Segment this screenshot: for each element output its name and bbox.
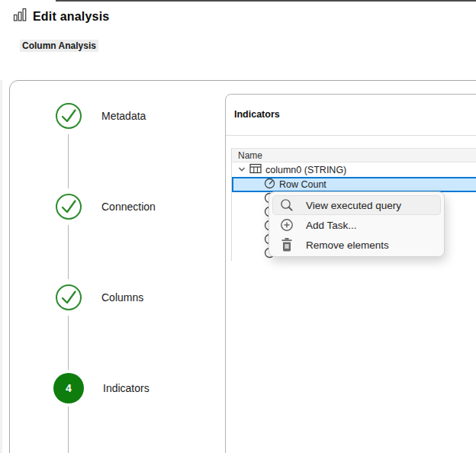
step-label: Connection [101, 201, 156, 213]
step-label: Metadata [101, 110, 146, 122]
indicator-gauge-icon [264, 178, 275, 191]
menu-item-label: View executed query [306, 200, 401, 211]
menu-item-add-task[interactable]: Add Task... [272, 215, 441, 235]
check-circle-icon [55, 102, 82, 130]
edit-analysis-window: Edit analysis Column Analysis Metadata C… [0, 0, 476, 453]
menu-item-label: Remove elements [306, 239, 389, 251]
step-columns[interactable]: Columns [55, 284, 143, 311]
stepper-connector-3 [68, 316, 69, 370]
menu-item-remove-elements[interactable]: Remove elements [272, 235, 441, 255]
step-metadata[interactable]: Metadata [55, 102, 146, 130]
step-label: Indicators [103, 382, 150, 394]
step-number-circle: 4 [53, 373, 84, 403]
tree-row-column0[interactable]: column0 (STRING) [232, 162, 476, 177]
menu-item-view-executed-query[interactable]: View executed query [272, 195, 441, 215]
table-icon [249, 163, 262, 176]
indicators-panel-title: Indicators [234, 109, 280, 120]
chevron-down-icon[interactable] [238, 165, 246, 175]
trash-icon [279, 237, 294, 252]
page-header: Edit analysis [13, 8, 109, 25]
add-task-icon [279, 217, 294, 233]
check-circle-icon [55, 284, 82, 311]
step-label: Columns [101, 291, 143, 304]
check-circle-icon [55, 193, 82, 220]
analysis-type-label: Column Analysis [20, 40, 98, 52]
stepper-connector-1 [68, 134, 69, 188]
panel-separator [226, 135, 476, 136]
tab-top-border [56, 0, 476, 2]
stepper-connector-4 [68, 406, 69, 453]
page-title: Edit analysis [33, 10, 109, 24]
column-header-name[interactable]: Name [232, 148, 476, 162]
context-menu: View executed query Add Task... [269, 191, 445, 257]
step-indicators[interactable]: 4 Indicators [55, 373, 150, 403]
bar-chart-icon [13, 8, 27, 25]
menu-item-label: Add Task... [306, 220, 357, 231]
tree-row-label: Row Count [279, 179, 326, 190]
search-icon [279, 198, 294, 213]
window-left-gutter [0, 80, 2, 453]
tree-row-label: column0 (STRING) [265, 165, 346, 175]
tree-row-row-count[interactable]: Row Count [232, 177, 476, 192]
step-connection[interactable]: Connection [55, 193, 156, 220]
stepper-connector-2 [68, 225, 69, 279]
